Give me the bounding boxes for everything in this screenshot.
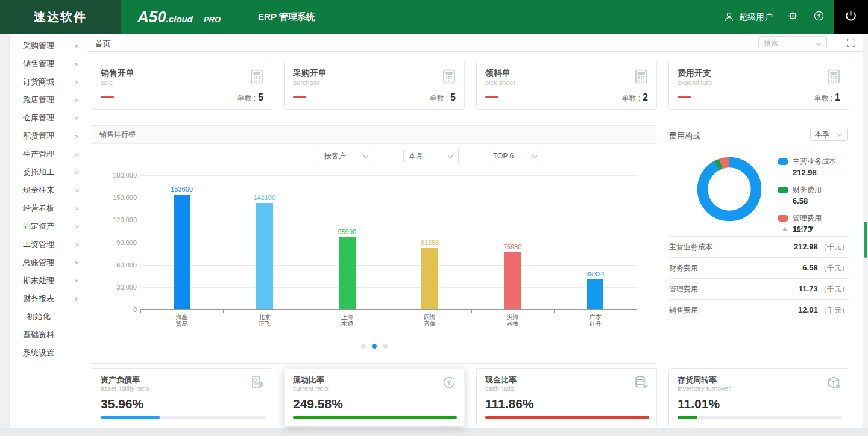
progress-fill [678, 416, 697, 419]
expense-row-2: 财务费用6.58 （千元） [669, 257, 849, 278]
sidebar-item-16[interactable]: 初始化 [10, 308, 87, 326]
carousel-dot-2[interactable] [372, 344, 377, 349]
sidebar-item-3[interactable]: 订货商城> [10, 73, 87, 91]
sidebar-item-7[interactable]: 生产管理> [10, 145, 87, 163]
period-select[interactable]: 本季 [810, 128, 848, 141]
page-scrollbar[interactable] [863, 34, 868, 428]
count-value: 2 [643, 92, 648, 102]
sidebar-menu: 采购管理>销售管理>订货商城>跑店管理>仓库管理>配货管理>生产管理>委托加工>… [10, 37, 87, 362]
y-axis-label: 150,000 [93, 194, 137, 201]
x-axis-tick [306, 310, 306, 313]
user-menu[interactable]: 超级用户 [723, 11, 773, 24]
legend-value: 212.98 [793, 168, 836, 177]
bar-value-label: 39324 [554, 270, 637, 278]
bar-column: 95990 [306, 175, 388, 309]
chevron-down-icon [532, 152, 538, 160]
ratio-card-value: 249.58% [293, 397, 343, 411]
stat-card-row: 销售开单sale单数 :5采购开单purchase单数 :5领料单pick sh… [92, 61, 849, 110]
search-input[interactable]: 搜索 [758, 36, 827, 49]
sidebar-item-8[interactable]: 委托加工> [10, 163, 87, 181]
legend-item-1: 主营业务成本212.98 [778, 157, 836, 177]
breadcrumb[interactable]: 首页 [95, 39, 111, 49]
bar-value-label: 95990 [306, 228, 388, 235]
ratio-card-subtitle: cash ratio [485, 385, 514, 392]
expense-panel-title: 费用构成 [669, 131, 700, 142]
sidebar-item-9[interactable]: 现金往来> [10, 181, 87, 199]
ratio-card-1[interactable]: 资产负债率asset libility ratio35.96% [92, 368, 272, 426]
legend-item-2: 财务费用6.58 [778, 185, 836, 205]
ratio-card-3[interactable]: 现金比率cash ratio111.86% [476, 368, 657, 426]
y-axis-label: 60,000 [93, 261, 137, 269]
progress-track [485, 416, 649, 419]
chevron-right-icon: > [74, 132, 78, 140]
filter-value: TOP 6 [493, 152, 514, 160]
fullscreen-button[interactable] [846, 38, 856, 50]
sidebar-item-5[interactable]: 仓库管理> [10, 109, 87, 127]
pager-up-icon[interactable]: ▲ [781, 224, 789, 233]
sidebar-item-label: 跑店管理 [21, 95, 56, 105]
sidebar-item-4[interactable]: 跑店管理> [10, 91, 87, 109]
bar-value-label: 153600 [140, 185, 223, 193]
app-logo[interactable]: 速达软件 [0, 0, 121, 34]
stat-card-2[interactable]: 采购开单purchase单数 :5 [284, 61, 465, 110]
count-label: 单数 : [814, 94, 832, 102]
chevron-right-icon: > [74, 241, 78, 249]
sidebar-item-1[interactable]: 采购管理> [10, 37, 87, 55]
filter-value: 按客户 [324, 151, 346, 161]
expense-donut-chart [692, 152, 767, 229]
dimension-filter-select[interactable]: 按客户 [319, 149, 374, 163]
stat-card-3[interactable]: 领料单pick sheet单数 :2 [476, 61, 657, 110]
x-axis-category-label: 洪海科技 [471, 314, 554, 327]
sidebar-scrollbar[interactable] [0, 34, 10, 428]
sidebar-item-10[interactable]: 经营看板> [10, 199, 87, 217]
ratio-card-4[interactable]: 存货周转率inventory turnover11.01% [668, 368, 849, 426]
stat-card-count: 单数 :1 [814, 92, 840, 104]
sidebar-item-label: 财务报表 [21, 293, 56, 304]
stat-card-4[interactable]: 费用开支expenditure单数 :1 [668, 61, 849, 110]
x-axis-tick [554, 310, 555, 313]
logout-button[interactable] [834, 0, 868, 34]
sidebar-item-label: 销售管理 [21, 58, 56, 69]
stat-card-title: 销售开单 [101, 68, 134, 79]
sidebar-item-15[interactable]: 财务报表> [10, 290, 87, 308]
trend-dash [485, 96, 498, 98]
sidebar-item-12[interactable]: 工资管理> [10, 235, 87, 254]
scrollbar-thumb[interactable] [864, 222, 867, 258]
bar-column: 75980 [471, 175, 554, 309]
carousel-dot-3[interactable] [383, 344, 388, 349]
sidebar-item-18[interactable]: 系统设置 [10, 344, 87, 362]
expense-row-unit: （千元） [818, 264, 849, 272]
top-n-filter-select[interactable]: TOP 6 [488, 149, 543, 163]
x-axis-tick [223, 310, 224, 313]
sidebar-item-13[interactable]: 总账管理> [10, 254, 87, 272]
stat-card-1[interactable]: 销售开单sale单数 :5 [92, 61, 272, 110]
carousel-dot-1[interactable] [361, 344, 366, 349]
chevron-down-icon [837, 130, 843, 139]
sidebar-item-label: 生产管理 [21, 149, 56, 160]
sidebar-item-6[interactable]: 配货管理> [10, 127, 87, 145]
ratio-card-2[interactable]: 流动比率current ratio249.58%¥ [284, 368, 465, 426]
sidebar-item-11[interactable]: 固定资产> [10, 217, 87, 235]
sidebar-item-17[interactable]: 基础资料 [10, 326, 87, 344]
product-title: A50 .cloud PRO ERP 管理系统 [137, 0, 315, 34]
month-filter-select[interactable]: 本月 [403, 149, 459, 163]
y-axis-label: 90,000 [93, 239, 137, 246]
chevron-right-icon: > [74, 60, 78, 68]
count-label: 单数 : [429, 94, 448, 102]
count-label: 单数 : [621, 94, 640, 102]
x-axis-category-label: 上海水通 [306, 314, 388, 327]
help-button[interactable]: ? [813, 10, 825, 24]
count-value: 1 [835, 92, 840, 102]
sidebar-item-14[interactable]: 期末处理> [10, 272, 87, 290]
ratio-card-subtitle: asset libility ratio [101, 385, 149, 392]
x-axis-category-label: 广东红升 [554, 314, 637, 327]
expense-row-value: 12.01 （千元） [798, 305, 849, 316]
refresh-yen-icon: ¥ [441, 375, 457, 393]
sidebar-item-2[interactable]: 销售管理> [10, 55, 87, 73]
settings-button[interactable] [787, 10, 799, 24]
chevron-right-icon: > [74, 114, 78, 122]
stat-card-title: 费用开支 [678, 68, 711, 79]
sales-rank-panel: 销售排行榜 按客户本月TOP 6 153600海鑫贸易142100北京正飞959… [92, 125, 656, 364]
pager-down-icon[interactable]: ▼ [807, 224, 815, 233]
x-axis-tick [389, 310, 389, 313]
